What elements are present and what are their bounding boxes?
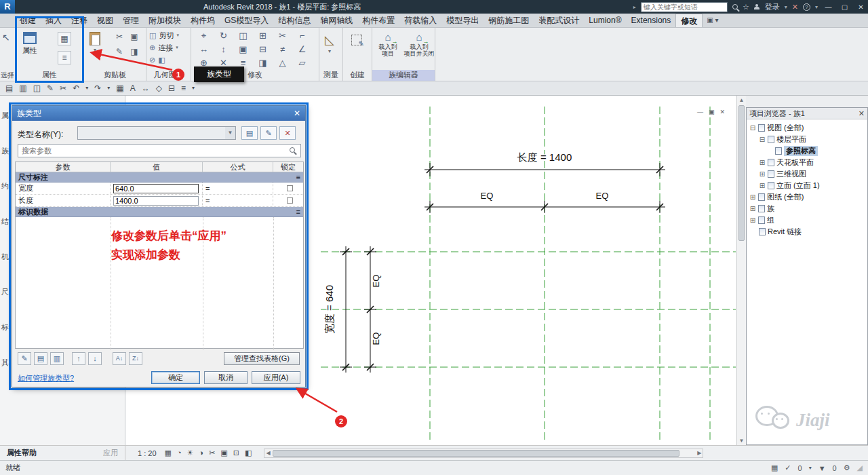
tree-item-sheets[interactable]: ⊞图纸 (全部) [747,191,867,203]
save-icon[interactable]: ▥ [19,81,26,95]
select-filter-icon[interactable]: ▼ [818,464,826,472]
expand-icon[interactable]: ⊞ [749,193,756,201]
eq-label[interactable]: EQ [481,191,494,201]
param-value-input[interactable] [113,184,199,193]
favorites-star-icon[interactable]: ☆ [743,3,749,12]
view-restore-icon[interactable]: ▣ [709,109,715,115]
expand-icon[interactable]: ⊞ [749,205,756,212]
vertical-scrollbar[interactable]: ▲ ▼ [736,96,746,445]
cut-qat-icon[interactable]: ✂ [60,81,66,95]
expand-icon[interactable]: ⊞ [759,182,766,189]
eq-label[interactable]: EQ [596,191,609,201]
cut-icon[interactable]: ✂ [113,31,126,44]
spot-icon[interactable]: △ [273,56,292,70]
panel-family-editor-label[interactable]: 族编辑器 [372,70,435,81]
infocenter-search-input[interactable] [641,2,728,12]
family-types-button[interactable]: ≡ [58,51,71,64]
sort-descending-button[interactable]: Z↓ [129,352,142,365]
tab-annotate[interactable]: 注释 [66,14,92,27]
tab-load-input[interactable]: 荷载输入 [399,14,441,27]
length-dimension-text[interactable]: 长度 = 1400 [517,151,572,163]
aligned-dimension-icon[interactable]: ↔ [142,81,150,95]
join-geometry-button[interactable]: ⊕连接▾ [146,41,191,54]
copy-tool-icon[interactable]: ▣ [233,43,253,56]
sketch-icon[interactable]: ✎ [47,81,54,95]
tab-lumion[interactable]: Lumion® [584,14,626,27]
group-menu-icon[interactable]: ≡ [296,208,300,216]
section-icon[interactable]: ⊟ [168,81,175,95]
expand-icon[interactable]: ⊞ [759,170,766,178]
join-ends-icon[interactable]: ◨ [253,56,273,70]
tree-item-views[interactable]: ⊟视图 (全部) [747,122,867,134]
help-icon[interactable]: ? [803,3,810,11]
3d-view-icon[interactable]: ◇ [156,81,162,95]
param-formula[interactable]: = [203,195,273,206]
rotate-icon[interactable]: ↻ [214,29,233,43]
parameter-search-input[interactable] [18,144,301,157]
how-to-manage-link[interactable]: 如何管理族类型? [18,373,74,383]
tab-grid-axis[interactable]: 轴网轴线 [315,14,357,27]
tab-view[interactable]: 视图 [92,14,118,27]
collapse-icon[interactable]: ⊟ [759,136,766,143]
tab-extensions[interactable]: Extensions [627,14,676,27]
panel-select-label[interactable]: 选择 [0,70,15,81]
table-row[interactable]: 长度 = [16,195,303,207]
dialog-close-icon[interactable]: ✕ [294,109,300,118]
dialog-title-bar[interactable]: 族类型 ✕ [12,106,305,121]
param-value-input[interactable] [113,196,199,206]
eq-label[interactable]: EQ [371,275,381,288]
lock-checkbox[interactable] [287,197,293,204]
redo-icon[interactable]: ↷ [94,81,101,95]
editable-only-icon[interactable]: ✓ [785,463,791,472]
sign-in-caret-icon[interactable]: ▾ [785,4,787,10]
tab-model-export[interactable]: 模型导出 [441,14,484,27]
window-close-button[interactable]: ✕ [855,3,867,11]
manage-lookup-tables-button[interactable]: 管理查找表格(G) [224,352,300,365]
tab-addins[interactable]: 附加模块 [144,14,186,27]
cancel-button[interactable]: 取消 [204,371,248,384]
tab-insert[interactable]: 插入 [41,14,66,27]
sign-in-label[interactable]: 登录 [765,2,780,12]
tab-structure-info[interactable]: 结构信息 [273,14,315,27]
eq-label[interactable]: EQ [371,332,381,345]
group-dimensions[interactable]: 尺寸标注≡ [16,172,303,183]
param-formula[interactable]: = [203,183,273,194]
group-identity-data[interactable]: 标识数据≡ [16,207,303,217]
tab-precast-design[interactable]: 装配式设计 [534,14,584,27]
hscroll-thumb[interactable] [273,450,679,457]
vscroll-thumb[interactable] [738,105,745,241]
paste-special-icon[interactable]: ◨ [127,45,141,59]
paste-button[interactable]: ▾ [90,32,100,53]
infocenter-close-icon[interactable]: ✕ [792,3,798,12]
family-category-button[interactable]: ▦ [58,32,71,45]
paint-icon[interactable]: ◧ [158,56,165,64]
expand-icon[interactable]: ⊞ [749,216,756,224]
demolish-icon[interactable]: ⊘ [149,56,155,64]
match-properties-icon[interactable]: ✎ [113,45,126,59]
tab-component-dock[interactable]: 构件坞 [186,14,220,27]
panel-measure-label[interactable]: 测量 [319,70,342,81]
shadows-icon[interactable]: ◑ [199,449,203,457]
window-minimize-button[interactable]: — [823,3,834,11]
scroll-down-icon[interactable]: ▼ [737,438,746,444]
lock-checkbox[interactable] [287,185,293,191]
split-icon[interactable]: ✂ [273,29,292,43]
tab-component-layout[interactable]: 构件布置 [357,14,399,27]
project-browser-close-icon[interactable]: ✕ [859,109,865,118]
thin-lines-qat-icon[interactable]: ≡ [181,81,186,95]
tree-item-floor-plans[interactable]: ⊟楼层平面 [747,134,867,145]
rename-type-button[interactable]: ✎ [260,126,277,140]
region-icon[interactable]: ▱ [292,56,312,70]
redo-caret-icon[interactable]: ▾ [107,81,110,95]
window-restore-button[interactable]: ▢ [839,3,850,11]
copy-icon[interactable]: ▣ [127,31,141,44]
measure-button[interactable]: ◺▾ [325,33,334,54]
view-scale[interactable]: 1 : 20 [138,449,157,457]
tree-item-ceiling-plans[interactable]: ⊞天花板平面 [747,157,867,168]
stretch-icon[interactable]: ↕ [214,43,233,56]
sync-icon[interactable]: ◫ [33,81,41,95]
load-into-project-button[interactable]: ⌂ 载入到项目 [374,32,402,57]
apply-button[interactable]: 应用(A) [252,371,300,384]
move-down-button[interactable]: ↓ [88,352,102,365]
tree-item-3d-views[interactable]: ⊞三维视图 [747,168,867,180]
